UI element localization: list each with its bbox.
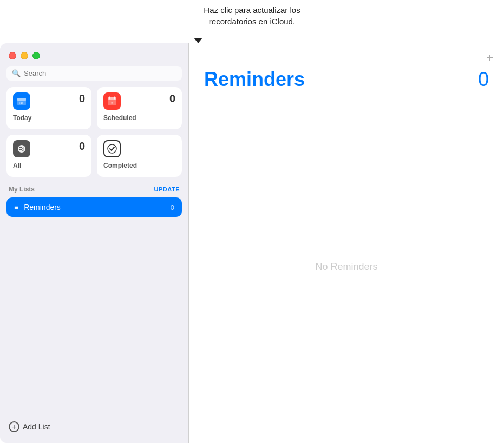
search-icon: 🔍 (12, 69, 21, 77)
traffic-lights (0, 43, 188, 66)
today-icon: 31 (13, 92, 30, 110)
tooltip-area: Haz clic para actualizar los recordatori… (0, 0, 504, 43)
tooltip-arrow (194, 38, 202, 43)
add-reminder-button[interactable]: + (486, 52, 493, 64)
list-icon: ≡ (14, 203, 18, 211)
add-list-circle-icon: + (9, 421, 19, 432)
scheduled-count: 0 (169, 92, 175, 105)
add-list-button[interactable]: + Add List (0, 415, 188, 443)
all-icon (13, 140, 30, 157)
sidebar: 🔍 31 0 (0, 43, 188, 443)
list-item-reminders[interactable]: ≡ Reminders 0 (6, 197, 182, 217)
smart-list-scheduled[interactable]: ≡ 0 Scheduled (97, 87, 182, 129)
main-count: 0 (478, 68, 489, 91)
close-button[interactable] (9, 52, 16, 59)
list-item-name: Reminders (24, 203, 165, 211)
maximize-button[interactable] (32, 52, 40, 59)
smart-list-today[interactable]: 31 0 Today (6, 87, 91, 129)
smart-lists-grid: 31 0 Today (0, 87, 188, 183)
add-list-label: Add List (23, 422, 50, 431)
smart-list-all-top: 0 (13, 140, 85, 157)
smart-list-completed-top (103, 140, 175, 157)
search-input[interactable] (24, 69, 176, 77)
completed-icon (103, 140, 121, 157)
completed-label: Completed (103, 162, 175, 169)
main-toolbar: + (189, 43, 504, 64)
my-lists-header: My Lists UPDATE (0, 183, 188, 197)
minimize-button[interactable] (21, 52, 28, 59)
empty-state: No Reminders (189, 91, 504, 443)
smart-list-scheduled-top: ≡ 0 (103, 92, 175, 110)
smart-list-completed[interactable]: Completed (97, 135, 182, 177)
my-lists-title: My Lists (9, 186, 35, 193)
tooltip-line2: recordatorios en iCloud. (209, 17, 295, 26)
today-count: 0 (79, 92, 85, 105)
svg-text:31: 31 (19, 101, 24, 105)
empty-state-text: No Reminders (315, 261, 377, 273)
all-count: 0 (79, 140, 85, 153)
list-item-count: 0 (171, 203, 174, 211)
svg-text:≡: ≡ (111, 102, 113, 105)
main-header: Reminders 0 (189, 64, 504, 91)
smart-list-all[interactable]: 0 All (6, 135, 91, 177)
app-window: Haz clic para actualizar los recordatori… (0, 0, 504, 443)
search-bar[interactable]: 🔍 (6, 66, 182, 81)
sidebar-spacer (0, 219, 188, 415)
all-label: All (13, 162, 85, 169)
svg-rect-1 (17, 98, 26, 101)
tooltip-text: Haz clic para actualizar los recordatori… (204, 4, 300, 27)
main-title: Reminders (204, 68, 305, 91)
scheduled-icon: ≡ (103, 92, 121, 110)
main-content: + Reminders 0 No Reminders (189, 43, 504, 443)
update-button[interactable]: UPDATE (154, 186, 180, 193)
smart-list-today-top: 31 0 (13, 92, 85, 110)
tooltip-line1: Haz clic para actualizar los (204, 5, 300, 15)
scheduled-label: Scheduled (103, 114, 175, 122)
svg-point-8 (18, 145, 25, 153)
today-label: Today (13, 114, 85, 122)
main-layout: 🔍 31 0 (0, 43, 504, 443)
svg-point-9 (108, 144, 116, 153)
